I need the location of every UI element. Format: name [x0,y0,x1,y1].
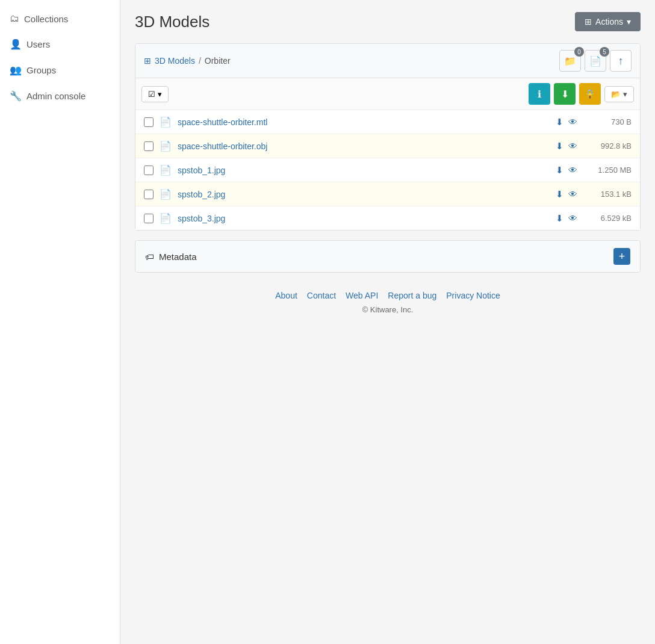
download-icon: ⬇ [561,88,569,100]
preview-file-icon[interactable]: 👁 [568,117,577,127]
main-content: 3D Models ⊞ Actions ▾ ⊞ 3D Models / Orbi… [120,0,655,644]
file-checkbox[interactable] [144,190,154,199]
chevron-down-icon: ▾ [627,17,631,26]
collection-icon: ⊞ [144,56,151,66]
folder-icon: 📁 [564,55,576,67]
sidebar-item-label: Groups [26,65,56,75]
metadata-section: 🏷 Metadata + [135,240,641,273]
preview-file-icon[interactable]: 👁 [568,189,577,199]
preview-file-icon[interactable]: 👁 [568,141,577,151]
file-list: 📄 space-shuttle-orbiter.mtl ⬇ 👁 730 B 📄 … [135,110,640,230]
sitemap-icon: ⊞ [585,17,592,26]
breadcrumb-separator: / [199,56,201,66]
download-file-icon[interactable]: ⬇ [556,141,563,152]
file-size: 153.1 kB [583,190,632,199]
download-file-icon[interactable]: ⬇ [556,117,563,128]
sidebar-item-label: Users [26,39,50,49]
page-header: 3D Models ⊞ Actions ▾ [135,12,641,31]
metadata-title: 🏷 Metadata [145,252,197,262]
file-doc-icon: 📄 [160,140,172,152]
breadcrumb-current: Orbiter [205,56,231,66]
sidebar: 🗂 Collections 👤 Users 👥 Groups 🔧 Admin c… [0,0,120,644]
file-row: 📄 spstob_3.jpg ⬇ 👁 6.529 kB [135,206,640,230]
file-row: 📄 space-shuttle-orbiter.obj ⬇ 👁 992.8 kB [135,134,640,158]
download-file-icon[interactable]: ⬇ [556,213,563,224]
folder-open-icon: 📂 [611,90,621,99]
metadata-header: 🏷 Metadata + [135,241,640,272]
file-row: 📄 spstob_1.jpg ⬇ 👁 1.250 MB [135,158,640,182]
lock-button[interactable]: 🔒 [579,83,601,105]
more-actions-button[interactable]: 📂 ▾ [604,86,634,102]
folder-badge: 0 [574,47,584,57]
file-checkbox[interactable] [144,214,154,223]
more-dropdown-icon: ▾ [623,90,627,99]
file-actions: ⬇ 👁 [556,189,577,200]
file-name-link[interactable]: spstob_1.jpg [178,166,550,175]
footer-links: AboutContactWeb APIReport a bugPrivacy N… [135,291,641,300]
preview-file-icon[interactable]: 👁 [568,213,577,223]
info-button[interactable]: ℹ [529,83,550,105]
file-checkbox[interactable] [144,117,154,127]
breadcrumb-root-label: 3D Models [155,56,195,66]
file-browser-panel: ⊞ 3D Models / Orbiter 📁 0 📄 5 [135,43,641,231]
file-checkbox[interactable] [144,166,154,175]
download-file-icon[interactable]: ⬇ [556,165,563,176]
sidebar-item-admin-console[interactable]: 🔧 Admin console [0,83,120,109]
file-actions: ⬇ 👁 [556,213,577,224]
admin-console-icon: 🔧 [10,90,22,102]
file-size: 1.250 MB [583,166,632,175]
info-icon: ℹ [538,88,541,100]
actions-label: Actions [595,17,623,26]
metadata-label: Metadata [159,252,197,262]
file-name-link[interactable]: space-shuttle-orbiter.mtl [178,117,550,127]
file-name-link[interactable]: space-shuttle-orbiter.obj [178,141,550,151]
footer-link-privacy-notice[interactable]: Privacy Notice [446,291,500,300]
file-checkbox[interactable] [144,141,154,151]
select-all-button[interactable]: ☑ ▾ [141,86,169,102]
breadcrumb-root-link[interactable]: 3D Models [155,56,195,66]
file-doc-icon: 📄 [160,212,172,224]
file-actions: ⬇ 👁 [556,117,577,128]
file-toolbar: ☑ ▾ ℹ ⬇ 🔒 📂 ▾ [135,78,640,110]
files-count-button[interactable]: 📄 5 [585,50,606,72]
file-actions: ⬇ 👁 [556,165,577,176]
footer-link-report-bug[interactable]: Report a bug [388,291,436,300]
metadata-add-button[interactable]: + [613,248,630,265]
download-button[interactable]: ⬇ [554,83,576,105]
files-badge: 5 [600,47,609,57]
sidebar-item-groups[interactable]: 👥 Groups [0,57,120,83]
breadcrumb-bar: ⊞ 3D Models / Orbiter 📁 0 📄 5 [135,44,640,78]
sidebar-item-collections[interactable]: 🗂 Collections [0,6,120,31]
file-name-link[interactable]: spstob_2.jpg [178,190,550,199]
page-title: 3D Models [135,13,210,31]
preview-file-icon[interactable]: 👁 [568,165,577,175]
file-name-link[interactable]: spstob_3.jpg [178,214,550,223]
footer-link-web-api[interactable]: Web API [346,291,378,300]
footer-link-about[interactable]: About [275,291,297,300]
sidebar-item-label: Collections [24,14,68,24]
users-icon: 👤 [10,39,22,50]
footer-copyright: © Kitware, Inc. [135,305,641,314]
tag-icon: 🏷 [145,252,154,262]
upload-button[interactable]: ↑ [610,50,632,72]
upload-icon: ↑ [618,55,624,67]
actions-button[interactable]: ⊞ Actions ▾ [575,12,641,31]
breadcrumb-actions: 📁 0 📄 5 ↑ [559,50,632,72]
file-row: 📄 space-shuttle-orbiter.mtl ⬇ 👁 730 B [135,110,640,134]
toolbar-left: ☑ ▾ [141,86,169,102]
download-file-icon[interactable]: ⬇ [556,189,563,200]
folder-count-button[interactable]: 📁 0 [559,50,581,72]
file-size: 6.529 kB [583,214,632,223]
sidebar-item-users[interactable]: 👤 Users [0,31,120,57]
groups-icon: 👥 [10,64,22,76]
check-icon: ☑ [148,90,155,99]
collections-icon: 🗂 [10,13,19,24]
file-doc-icon: 📄 [160,188,172,200]
lock-icon: 🔒 [584,88,596,100]
toolbar-right: ℹ ⬇ 🔒 📂 ▾ [529,83,634,105]
check-dropdown-icon: ▾ [158,90,162,99]
footer-link-contact[interactable]: Contact [307,291,336,300]
footer: AboutContactWeb APIReport a bugPrivacy N… [135,273,641,320]
file-size: 992.8 kB [583,141,632,150]
file-doc-icon: 📄 [160,116,172,128]
